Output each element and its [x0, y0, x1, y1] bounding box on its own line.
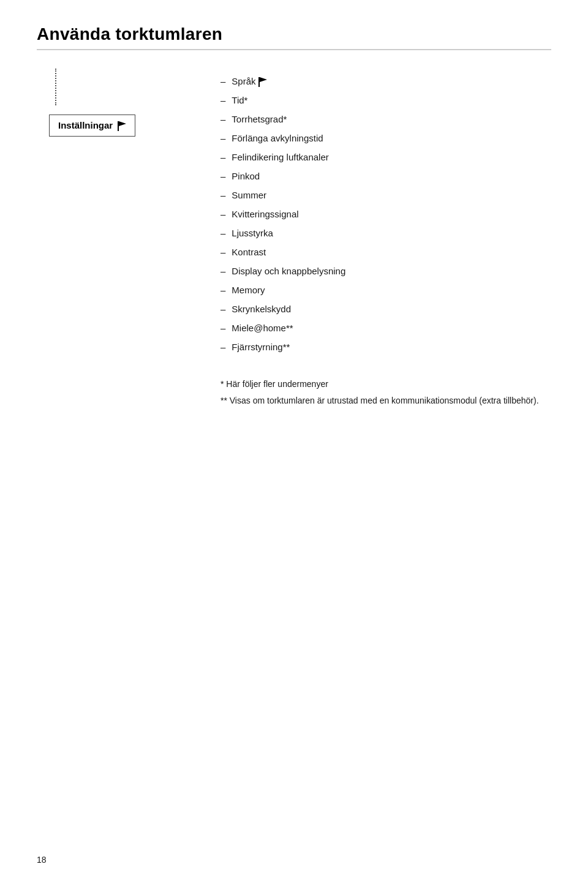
footnote-line: * Här följer fler undermenyer	[221, 378, 551, 391]
menu-item-text: Förlänga avkylningstid	[232, 132, 323, 145]
menu-dash: –	[221, 227, 225, 239]
content-area: Inställningar –Språk –Tid*–Torrhetsgrad*…	[37, 69, 551, 411]
left-sidebar: Inställningar	[37, 69, 208, 411]
menu-dash: –	[221, 94, 225, 107]
menu-item-text: Miele@home**	[232, 321, 293, 334]
menu-dash: –	[221, 321, 225, 334]
settings-label: Inställningar	[58, 120, 113, 130]
menu-item: –Kontrast	[221, 246, 551, 258]
svg-marker-1	[119, 121, 126, 126]
footnotes-container: * Här följer fler undermenyer** Visas om…	[221, 378, 551, 407]
svg-marker-3	[260, 77, 267, 82]
menu-dash: –	[221, 340, 225, 353]
menu-item-text: Kontrast	[232, 246, 266, 258]
menu-item-text: Summer	[232, 189, 266, 201]
menu-item: –Tid*	[221, 94, 551, 107]
menu-item: –Fjärrstyrning**	[221, 340, 551, 353]
menu-dash: –	[221, 113, 225, 126]
menu-item: –Felindikering luftkanaler	[221, 151, 551, 163]
menu-item: –Kvitteringssignal	[221, 208, 551, 220]
menu-item-text: Tid*	[232, 94, 247, 107]
footnote-line: ** Visas om torktumlaren är utrustad med…	[221, 394, 551, 407]
menu-item-text: Display och knappbelysning	[232, 265, 345, 277]
menu-item-text: Ljusstyrka	[232, 227, 273, 239]
svg-rect-0	[118, 121, 119, 131]
menu-item: –Språk	[221, 75, 551, 88]
menu-dash: –	[221, 208, 225, 220]
menu-dash: –	[221, 284, 225, 296]
menu-dash: –	[221, 265, 225, 277]
menu-item-text: Språk	[232, 75, 266, 88]
menu-item: –Ljusstyrka	[221, 227, 551, 239]
svg-rect-2	[258, 77, 260, 87]
menu-dash: –	[221, 75, 225, 88]
menu-dash: –	[221, 189, 225, 201]
menu-dash: –	[221, 151, 225, 163]
menu-item-text: Pinkod	[232, 170, 260, 182]
menu-item: –Miele@home**	[221, 321, 551, 334]
menu-item: –Förlänga avkylningstid	[221, 132, 551, 145]
menu-item-text: Felindikering luftkanaler	[232, 151, 328, 163]
menu-dash: –	[221, 246, 225, 258]
menu-item: –Summer	[221, 189, 551, 201]
page-title: Använda torktumlaren	[37, 24, 551, 44]
menu-dash: –	[221, 302, 225, 315]
footnotes-area: * Här följer fler undermenyer** Visas om…	[221, 372, 551, 407]
page-container: Använda torktumlaren Inställningar –Språ…	[0, 0, 588, 448]
main-menu: –Språk –Tid*–Torrhetsgrad*–Förlänga avky…	[208, 69, 551, 411]
menu-item: –Display och knappbelysning	[221, 265, 551, 277]
menu-item-flag-icon	[258, 77, 267, 87]
menu-item-text: Torrhetsgrad*	[232, 113, 287, 126]
menu-item: –Memory	[221, 284, 551, 296]
menu-item-text: Fjärrstyrning**	[232, 340, 290, 353]
page-number: 18	[37, 855, 47, 865]
menu-dash: –	[221, 132, 225, 145]
title-divider	[37, 49, 551, 50]
menu-item: –Pinkod	[221, 170, 551, 182]
settings-flag-icon	[118, 121, 126, 131]
menu-item: –Torrhetsgrad*	[221, 113, 551, 126]
menu-items-list: –Språk –Tid*–Torrhetsgrad*–Förlänga avky…	[221, 75, 551, 353]
menu-item-text: Skrynkelskydd	[232, 302, 291, 315]
menu-item: –Skrynkelskydd	[221, 302, 551, 315]
dotted-line-decoration	[55, 69, 56, 105]
menu-dash: –	[221, 170, 225, 182]
menu-item-text: Kvitteringssignal	[232, 208, 298, 220]
menu-item-text: Memory	[232, 284, 265, 296]
settings-box: Inställningar	[49, 115, 135, 137]
